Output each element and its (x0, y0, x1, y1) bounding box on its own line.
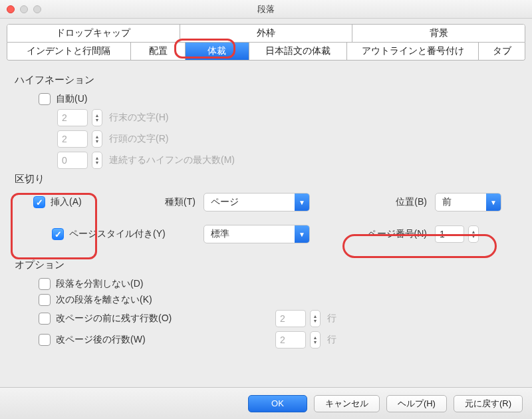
type-select[interactable]: ページ▼ (203, 193, 310, 211)
pagenum-stepper[interactable]: ▲▼ (468, 225, 479, 243)
type-label: 種類(T) (144, 196, 203, 208)
cancel-button[interactable]: キャンセル (314, 395, 380, 412)
chevron-down-icon: ▼ (295, 194, 309, 211)
position-label: 位置(B) (362, 196, 435, 208)
widow-input[interactable]: 2 (275, 331, 306, 349)
tab-tabs[interactable]: タブ (479, 43, 525, 60)
orphan-checkbox[interactable] (39, 313, 51, 325)
orphan-label: 改ページの前に残す行数(O) (56, 313, 275, 325)
withstyle-checkbox[interactable] (52, 228, 64, 240)
titlebar: 段落 (0, 0, 532, 19)
keepnext-label: 次の段落を離さない(K) (56, 294, 152, 306)
auto-label: 自動(U) (56, 93, 87, 105)
maxcons-stepper[interactable]: ▲▼ (92, 152, 102, 169)
tab-bar: ドロップキャップ 外枠 背景 インデントと行間隔 配置 体裁 日本語文の体裁 ア… (7, 24, 525, 61)
content-area: ハイフネーション 自動(U) 2 ▲▼ 行末の文字(H) 2 ▲▼ 行頭の文字(… (0, 61, 532, 349)
pagenum-label: ページ番号(N) (362, 228, 435, 240)
insert-checkbox[interactable] (33, 196, 45, 208)
widow-label: 改ページ後の行数(W) (56, 334, 275, 346)
widow-stepper[interactable]: ▲▼ (310, 331, 321, 349)
help-button[interactable]: ヘルプ(H) (386, 395, 447, 412)
linestart-input[interactable]: 2 (57, 130, 88, 148)
orphan-unit: 行 (327, 313, 336, 325)
insert-label: 挿入(A) (51, 196, 82, 208)
tab-row-1: ドロップキャップ 外枠 背景 (7, 24, 525, 43)
maxcons-input[interactable]: 0 (57, 152, 88, 169)
linestart-stepper[interactable]: ▲▼ (92, 130, 102, 148)
window-title: 段落 (0, 3, 532, 15)
button-bar: OK キャンセル ヘルプ(H) 元に戻す(R) (0, 387, 532, 419)
linestart-label: 行頭の文字(R) (109, 133, 168, 145)
tab-background[interactable]: 背景 (352, 25, 525, 42)
pagenum-input[interactable]: 1 (435, 225, 464, 243)
tab-align[interactable]: 配置 (131, 43, 186, 60)
tab-row-2: インデントと行間隔 配置 体裁 日本語文の体裁 アウトラインと番号付け タブ (7, 43, 525, 61)
options-title: オプション (15, 259, 515, 271)
maxcons-label: 連続するハイフンの最大数(M) (109, 154, 235, 166)
orphan-stepper[interactable]: ▲▼ (310, 310, 321, 327)
chevron-down-icon: ▼ (486, 194, 501, 211)
tab-indent[interactable]: インデントと行間隔 (7, 43, 131, 60)
reset-button[interactable]: 元に戻す(R) (454, 395, 523, 412)
auto-checkbox[interactable] (39, 93, 51, 105)
lineend-label: 行末の文字(H) (109, 112, 168, 124)
tab-textflow[interactable]: 体裁 (186, 43, 249, 60)
nosplit-checkbox[interactable] (39, 278, 51, 290)
lineend-stepper[interactable]: ▲▼ (92, 109, 102, 126)
tab-outline[interactable]: アウトラインと番号付け (347, 43, 479, 60)
tab-dropcap[interactable]: ドロップキャップ (7, 25, 180, 42)
widow-unit: 行 (327, 334, 336, 346)
breaks-title: 区切り (15, 173, 515, 186)
position-select[interactable]: 前▼ (435, 193, 501, 211)
tab-border[interactable]: 外枠 (180, 25, 353, 42)
withstyle-label: ページスタイル付き(Y) (69, 228, 166, 240)
ok-button[interactable]: OK (248, 395, 307, 412)
widow-checkbox[interactable] (39, 334, 51, 346)
nosplit-label: 段落を分割しない(D) (56, 278, 143, 290)
orphan-input[interactable]: 2 (275, 310, 306, 327)
tab-asian[interactable]: 日本語文の体裁 (249, 43, 347, 60)
lineend-input[interactable]: 2 (57, 109, 88, 126)
chevron-down-icon: ▼ (295, 225, 309, 243)
keepnext-checkbox[interactable] (39, 294, 51, 306)
hyphenation-title: ハイフネーション (15, 74, 515, 86)
style-select[interactable]: 標準▼ (203, 225, 310, 243)
